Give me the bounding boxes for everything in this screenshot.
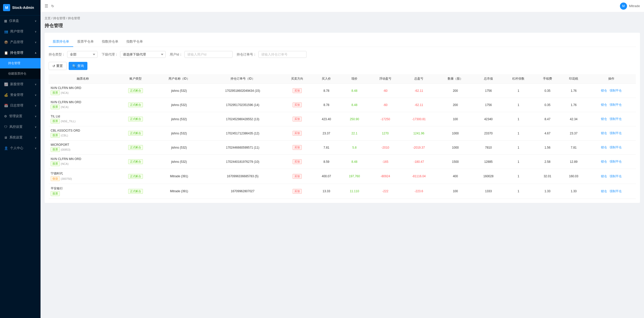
cell-float-pnl: -165 <box>369 155 401 169</box>
force-close-link[interactable]: 强制平仓 <box>610 103 622 107</box>
tab-index-position[interactable]: 指数持仓单 <box>98 37 122 47</box>
cell-name: 宁德时代 创业 (300750) <box>49 169 117 184</box>
cell-name: NVN CLFRN MN ORD 股票 (NCA) <box>49 98 117 112</box>
lock-position-link[interactable]: 锁仓 <box>601 174 607 178</box>
sidebar-item-personal[interactable]: 👤 个人中心 ∨ <box>0 143 41 153</box>
force-close-link[interactable]: 强制平仓 <box>610 174 622 178</box>
refresh-icon[interactable]: ↻ <box>51 4 54 8</box>
reset-button[interactable]: ↺ 重置 <box>49 62 67 70</box>
table-row: NVN CLFRN MN ORD 股票 (NCA) 正式帐合 jishns (5… <box>49 84 636 98</box>
sys-settings-icon: 🖥 <box>4 136 7 139</box>
stock-code: (NSE_TILL) <box>61 120 75 123</box>
user-id-label: 用户Id： <box>170 52 182 57</box>
chevron-icon: ∨ <box>35 20 36 22</box>
main-area: ☰ ↻ M Mitrade 主页 / 持仓管理 / 持仓管理 持仓管理 股票持仓… <box>41 0 644 318</box>
search-button[interactable]: 🔍 查询 <box>69 62 87 70</box>
sidebar-subitem-label: 持仓管理 <box>8 61 20 65</box>
menu-icon[interactable]: ☰ <box>45 4 48 8</box>
lock-position-link[interactable]: 锁仓 <box>601 117 607 121</box>
cell-total-value: 42340 <box>475 112 503 126</box>
tab-index-close[interactable]: 指数平仓单 <box>122 37 147 47</box>
sidebar-item-day-mgmt[interactable]: 📅 日志管理 ∨ <box>0 100 41 111</box>
user-id-input[interactable] <box>184 51 233 58</box>
lock-position-link[interactable]: 锁仓 <box>601 146 607 149</box>
force-close-link[interactable]: 强制平仓 <box>610 89 622 92</box>
position-type-filter: 持仓类型： 全部 <box>49 51 98 58</box>
cell-account-type: 正式帐合 <box>117 112 154 126</box>
sidebar-item-label: 产品管理 <box>10 40 23 44</box>
cell-order-no: 17024517123864​35 (12) <box>204 126 281 140</box>
force-close-link[interactable]: 强制平仓 <box>610 160 622 163</box>
lock-position-link[interactable]: 锁仓 <box>601 131 607 135</box>
sidebar-item-label: 个人中心 <box>10 146 23 150</box>
product-mgmt-icon: 📦 <box>4 40 8 44</box>
lock-position-link[interactable]: 锁仓 <box>601 103 607 107</box>
stock-code: (NCA) <box>61 105 69 109</box>
cell-float-pnl: -2010 <box>369 140 401 155</box>
tab-bar: 股票持仓单 股票平仓单 指数持仓单 指数平仓单 <box>49 37 636 47</box>
cell-current-price: 250.90 <box>339 112 369 126</box>
cell-ops: 锁仓 强制平仓 <box>587 112 636 126</box>
sidebar-item-dashboard[interactable]: ▦ 仪表盘 ∨ <box>0 15 41 26</box>
direction-tag: 买张 <box>293 189 302 194</box>
cell-buy-price: 400.07 <box>313 169 339 184</box>
cell-direction: 买张 <box>281 98 313 112</box>
force-close-link[interactable]: 强制平仓 <box>610 146 622 149</box>
sidebar-subitem-create-position[interactable]: 创建股票持仓 <box>0 68 41 79</box>
sidebar-item-risk-settings[interactable]: 🛡 风控设置 ∨ <box>0 121 41 132</box>
sidebar-item-settings[interactable]: ⚙ 管理设置 ∨ <box>0 111 41 121</box>
action-buttons: ↺ 重置 🔍 查询 <box>49 62 636 70</box>
stock-type-tag: 股票 <box>51 119 60 123</box>
cell-order-no: 16709962807027 <box>204 184 281 199</box>
cell-commission: 0.35 <box>535 98 561 112</box>
lock-position-link[interactable]: 锁仓 <box>601 189 607 193</box>
position-type-label: 持仓类型： <box>49 52 65 57</box>
stock-type-tag: 股票 <box>51 161 60 166</box>
lock-position-link[interactable]: 锁仓 <box>601 89 607 92</box>
force-close-link[interactable]: 强制平仓 <box>610 189 622 193</box>
sidebar-subitem-position-mgmt[interactable]: 持仓管理 <box>0 58 41 68</box>
account-type-tag: 正式帐合 <box>128 102 143 107</box>
tab-stock-position[interactable]: 股票持仓单 <box>49 37 73 47</box>
sidebar-subitem-label: 创建股票持仓 <box>8 72 26 76</box>
sub-agent-select[interactable]: 请选择下级代理 <box>120 51 166 58</box>
lock-position-link[interactable]: 锁仓 <box>601 160 607 163</box>
breadcrumb-home[interactable]: 主页 <box>45 16 51 20</box>
sidebar-item-user-mgmt[interactable]: 👥 用户管理 ∨ <box>0 26 41 37</box>
tab-stock-close[interactable]: 股票平仓单 <box>73 37 98 47</box>
cell-account-type: 正式帐合 <box>117 169 154 184</box>
chevron-icon: ∨ <box>35 147 36 150</box>
breadcrumb-position[interactable]: 持仓管理 <box>53 16 65 20</box>
sidebar-item-position-mgmt[interactable]: 📋 持仓管理 ∧ <box>0 47 41 58</box>
force-close-link[interactable]: 强制平仓 <box>610 131 622 135</box>
cell-stamp-tax: 160.03 <box>560 169 587 184</box>
chevron-icon: ∨ <box>35 30 36 33</box>
cell-account-type: 正式帐合 <box>117 126 154 140</box>
cell-order-no: 17024529804285​52 (13) <box>204 112 281 126</box>
sidebar-item-label: 日志管理 <box>10 103 23 108</box>
cell-current-price: 8.48 <box>339 155 369 169</box>
sidebar-item-label: 系统设置 <box>9 135 23 140</box>
breadcrumb-current: 持仓管理 <box>68 16 80 20</box>
stock-type-tag: 股票 <box>51 133 60 138</box>
position-type-select[interactable]: 全部 <box>67 51 98 58</box>
force-close-link[interactable]: 强制平仓 <box>610 117 622 121</box>
cell-quantity: 1000 <box>436 126 474 140</box>
sidebar-item-ipo-mgmt[interactable]: 📈 新股管理 ∨ <box>0 79 41 90</box>
personal-icon: 👤 <box>4 146 8 150</box>
risk-settings-icon: 🛡 <box>4 125 7 129</box>
account-type-tag: 正式帐合 <box>128 131 143 136</box>
sub-agent-filter: 下级代理： 请选择下级代理 <box>102 51 166 58</box>
order-no-input[interactable] <box>258 51 307 58</box>
account-type-tag: 正式帐合 <box>128 145 143 150</box>
cell-buy-price: 7.81 <box>313 140 339 155</box>
chevron-icon: ∨ <box>35 41 36 44</box>
stock-type-tag: 股票 <box>51 147 60 152</box>
cell-user: Mitrade (391) <box>154 169 204 184</box>
sidebar-item-product-mgmt[interactable]: 📦 产品管理 ∨ <box>0 37 41 47</box>
cell-direction: 买张 <box>281 112 313 126</box>
logo-icon: M <box>3 4 10 11</box>
sidebar-item-fund-mgmt[interactable]: 💰 资金管理 ∨ <box>0 90 41 100</box>
cell-order-no: 17024466605995​71 (11) <box>204 140 281 155</box>
sidebar-item-sys-settings[interactable]: 🖥 系统设置 ∨ <box>0 132 41 143</box>
